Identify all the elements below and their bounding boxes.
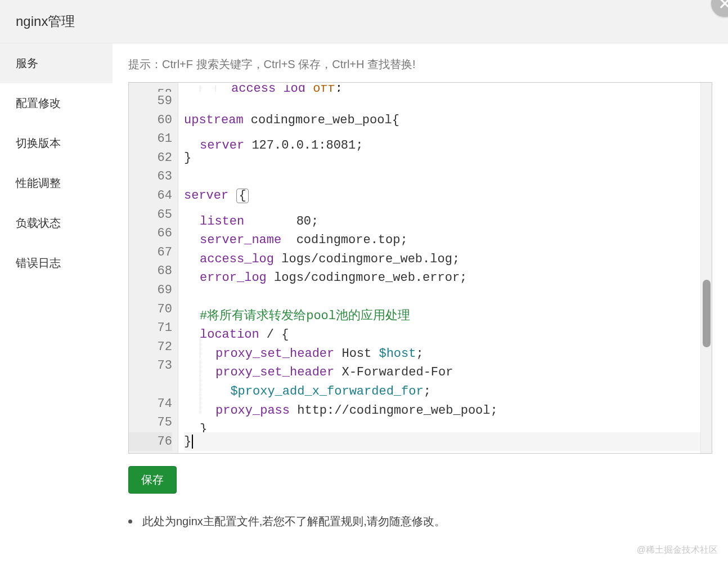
- note-text: 此处为nginx主配置文件,若您不了解配置规则,请勿随意修改。: [142, 514, 446, 529]
- line-number: 64: [129, 186, 172, 205]
- sidebar-item-performance[interactable]: 性能调整: [0, 163, 113, 203]
- sidebar: 服务配置修改切换版本性能调整负载状态错误日志: [0, 43, 113, 582]
- code-line[interactable]: $proxy_add_x_forwarded_for;: [184, 375, 712, 395]
- modal-header: nginx管理: [0, 0, 728, 43]
- config-note: 此处为nginx主配置文件,若您不了解配置规则,请勿随意修改。: [128, 514, 712, 529]
- code-line[interactable]: listen 80;: [184, 205, 712, 225]
- line-number: 72: [129, 338, 172, 357]
- line-number: 71: [129, 319, 172, 338]
- sidebar-item-version[interactable]: 切换版本: [0, 123, 113, 163]
- sidebar-item-services[interactable]: 服务: [0, 43, 113, 83]
- gutter: 58596061626364656667686970717273747576: [129, 83, 178, 453]
- line-number: 70: [129, 300, 172, 319]
- line-number: 74: [129, 395, 172, 414]
- line-number: 60: [129, 111, 172, 130]
- code-line[interactable]: [184, 92, 712, 111]
- line-number: 67: [129, 243, 172, 262]
- code-line[interactable]: location / {: [184, 319, 712, 338]
- sidebar-item-load[interactable]: 负载状态: [0, 203, 113, 243]
- sidebar-item-errorlog[interactable]: 错误日志: [0, 243, 113, 283]
- line-number: 75: [129, 413, 172, 432]
- line-number: 65: [129, 205, 172, 225]
- code-line[interactable]: #将所有请求转发给pool池的应用处理: [184, 300, 712, 319]
- code-line[interactable]: access_log logs/codingmore_web.log;: [184, 243, 712, 262]
- code-editor[interactable]: 58596061626364656667686970717273747576 a…: [128, 82, 712, 454]
- code-line[interactable]: server {: [184, 186, 712, 205]
- code-line[interactable]: proxy_set_header Host $host;: [184, 338, 712, 357]
- line-number: 61: [129, 129, 172, 149]
- line-number: 59: [129, 92, 172, 111]
- line-number: [129, 375, 172, 395]
- line-number: 69: [129, 281, 172, 300]
- scrollbar-thumb[interactable]: [703, 280, 711, 347]
- line-number: 76: [129, 432, 172, 451]
- code-area[interactable]: access_log off;upstream codingmore_web_p…: [178, 83, 712, 453]
- hint-text: 提示：Ctrl+F 搜索关键字，Ctrl+S 保存，Ctrl+H 查找替换!: [128, 57, 712, 72]
- code-line[interactable]: upstream codingmore_web_pool{: [184, 111, 712, 130]
- line-number: 58: [129, 85, 172, 92]
- line-number: 73: [129, 356, 172, 375]
- line-number: 63: [129, 167, 172, 186]
- code-line[interactable]: [184, 281, 712, 300]
- code-line[interactable]: server_name codingmore.top;: [184, 224, 712, 243]
- watermark: @稀土掘金技术社区: [637, 544, 718, 556]
- save-button[interactable]: 保存: [128, 466, 177, 494]
- modal-title: nginx管理: [16, 12, 75, 30]
- scrollbar-track[interactable]: [700, 83, 712, 453]
- code-line[interactable]: }: [184, 432, 712, 451]
- code-line[interactable]: error_log logs/codingmore_web.error;: [184, 262, 712, 281]
- code-line[interactable]: [184, 167, 712, 186]
- bullet-icon: [128, 520, 132, 523]
- line-number: 62: [129, 149, 172, 168]
- sidebar-item-config[interactable]: 配置修改: [0, 83, 113, 123]
- code-line[interactable]: }: [184, 413, 712, 432]
- code-line[interactable]: access_log off;: [184, 85, 712, 92]
- code-line[interactable]: proxy_set_header X-Forwarded-For: [184, 356, 712, 375]
- code-line[interactable]: }: [184, 149, 712, 168]
- code-line[interactable]: server 127.0.0.1:8081;: [184, 129, 712, 149]
- code-line[interactable]: proxy_pass http://codingmore_web_pool;: [184, 395, 712, 414]
- main-panel: 提示：Ctrl+F 搜索关键字，Ctrl+S 保存，Ctrl+H 查找替换! 5…: [113, 43, 728, 582]
- line-number: 66: [129, 224, 172, 243]
- line-number: 68: [129, 262, 172, 281]
